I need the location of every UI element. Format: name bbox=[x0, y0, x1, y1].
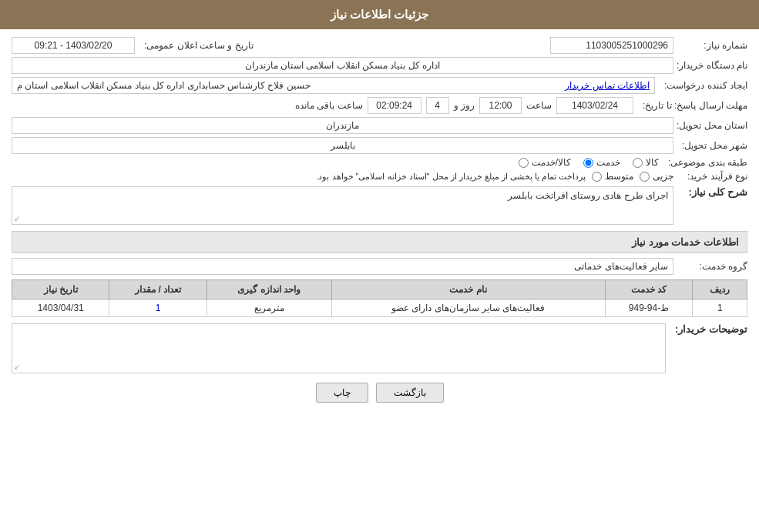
buyer-org-value: اداره کل بنیاد مسکن انقلاب اسلامی استان … bbox=[12, 57, 673, 74]
col-header-name: نام خدمت bbox=[331, 280, 605, 299]
deadline-date: 1403/02/24 bbox=[556, 97, 633, 114]
print-button[interactable]: چاپ bbox=[316, 383, 368, 403]
cell-qty: 1 bbox=[109, 299, 207, 317]
announce-date-value: 1403/02/20 - 09:21 bbox=[12, 37, 135, 54]
cell-unit: مترمربع bbox=[207, 299, 331, 317]
cell-date: 1403/04/31 bbox=[12, 299, 109, 317]
delivery-city-value: بابلسر bbox=[12, 137, 673, 154]
deadline-days: 4 bbox=[426, 97, 449, 114]
cell-name: فعالیت‌های سایر سازمان‌های دارای عضو bbox=[331, 299, 605, 317]
need-desc-value: اجرای طرح هادی روستای افراتخت بابلسر bbox=[508, 190, 668, 201]
buttons-row: بازگشت چاپ bbox=[12, 383, 747, 414]
col-header-unit: واحد اندازه گیری bbox=[207, 280, 331, 299]
category-option-khedmat[interactable]: خدمت bbox=[583, 157, 620, 168]
category-option-kala-khedmat[interactable]: کالا/خدمت bbox=[519, 157, 571, 168]
category-option-kala[interactable]: کالا bbox=[633, 157, 659, 168]
deadline-label: مهلت ارسال پاسخ: تا تاریخ: bbox=[638, 100, 747, 111]
cell-row: 1 bbox=[693, 299, 747, 317]
deadline-remaining-label: ساعت باقی مانده bbox=[295, 100, 363, 111]
page-header: جزئیات اطلاعات نیاز bbox=[0, 0, 759, 29]
services-section-header: اطلاعات خدمات مورد نیاز bbox=[12, 231, 747, 253]
col-header-code: کد خدمت bbox=[605, 280, 693, 299]
announce-date-label: تاریخ و ساعت اعلان عمومی: bbox=[139, 40, 254, 51]
purchase-type-option-motevaset[interactable]: متوسط bbox=[592, 171, 633, 182]
buyer-desc-value bbox=[12, 324, 665, 330]
col-header-date: تاریخ نیاز bbox=[12, 280, 109, 299]
deadline-time: 12:00 bbox=[479, 97, 522, 114]
service-group-label: گروه خدمت: bbox=[678, 261, 747, 272]
buyer-org-label: نام دستگاه خریدار: bbox=[678, 60, 747, 71]
back-button[interactable]: بازگشت bbox=[376, 383, 444, 403]
contact-link[interactable]: اطلاعات تماس خریدار bbox=[565, 80, 650, 91]
purchase-type-label: نوع فرآیند خرید: bbox=[678, 171, 747, 182]
buyer-desc-label: توضیحات خریدار: bbox=[670, 323, 747, 335]
col-header-row: ردیف bbox=[693, 280, 747, 299]
need-number-label: شماره نیاز: bbox=[678, 40, 747, 51]
creator-value: حسین فلاح کارشناس حسابداری اداره کل بنیا… bbox=[17, 80, 311, 91]
category-label: طبقه بندی موضوعی: bbox=[663, 157, 747, 168]
purchase-type-note: پرداخت تمام یا بخشی از مبلغ خریدار از مح… bbox=[316, 172, 586, 182]
deadline-remaining: 02:09:24 bbox=[368, 97, 421, 114]
col-header-qty: تعداد / مقدار bbox=[109, 280, 207, 299]
need-number-value: 1103005251000296 bbox=[550, 37, 673, 54]
deadline-time-label: ساعت bbox=[526, 100, 552, 111]
cell-code: ط-94-949 bbox=[605, 299, 693, 317]
deadline-day-label: روز و bbox=[454, 100, 475, 111]
service-group-value: سایر فعالیت‌های خدماتی bbox=[12, 258, 673, 275]
delivery-province-value: مازندران bbox=[12, 117, 673, 134]
purchase-type-option-jozi[interactable]: جزیی bbox=[640, 171, 673, 182]
creator-label: ایجاد کننده درخواست: bbox=[660, 80, 747, 91]
delivery-city-label: شهر محل تحویل: bbox=[678, 140, 747, 151]
need-desc-label: شرح کلی نیاز: bbox=[678, 186, 747, 198]
delivery-province-label: استان محل تحویل: bbox=[678, 120, 747, 131]
table-row: 1 ط-94-949 فعالیت‌های سایر سازمان‌های دا… bbox=[12, 299, 747, 317]
services-table: ردیف کد خدمت نام خدمت واحد اندازه گیری ت… bbox=[12, 279, 747, 317]
